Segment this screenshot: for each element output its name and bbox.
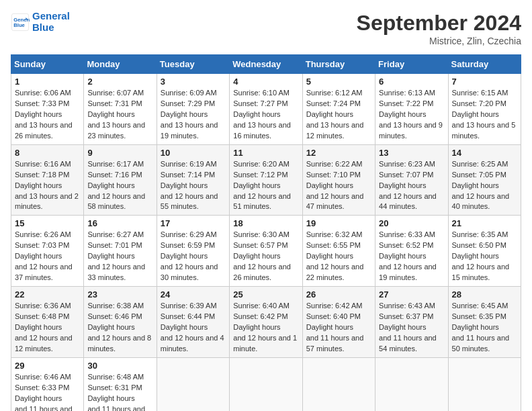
day-number: 23 — [87, 289, 152, 300]
logo-icon: General Blue — [11, 13, 30, 32]
day-number: 12 — [306, 148, 371, 158]
day-number: 25 — [233, 289, 298, 300]
calendar-body: 1 Sunrise: 6:06 AM Sunset: 7:33 PM Dayli… — [11, 74, 521, 412]
day-cell: 4 Sunrise: 6:10 AM Sunset: 7:27 PM Dayli… — [230, 74, 302, 145]
day-info: Sunrise: 6:32 AM Sunset: 6:55 PM Dayligh… — [306, 230, 371, 283]
day-cell: 2 Sunrise: 6:07 AM Sunset: 7:31 PM Dayli… — [84, 74, 157, 145]
day-cell: 3 Sunrise: 6:09 AM Sunset: 7:29 PM Dayli… — [157, 74, 229, 145]
day-info: Sunrise: 6:38 AM Sunset: 6:46 PM Dayligh… — [87, 301, 152, 355]
day-number: 18 — [233, 218, 298, 228]
day-info: Sunrise: 6:17 AM Sunset: 7:16 PM Dayligh… — [87, 159, 152, 213]
week-row-1: 1 Sunrise: 6:06 AM Sunset: 7:33 PM Dayli… — [11, 74, 521, 145]
day-info: Sunrise: 6:40 AM Sunset: 6:42 PM Dayligh… — [233, 301, 298, 355]
day-cell: 30 Sunrise: 6:48 AM Sunset: 6:31 PM Dayl… — [84, 357, 157, 411]
day-cell — [448, 357, 521, 411]
day-cell: 1 Sunrise: 6:06 AM Sunset: 7:33 PM Dayli… — [11, 74, 84, 145]
day-number: 26 — [306, 289, 371, 300]
day-number: 19 — [306, 218, 371, 228]
day-number: 3 — [161, 77, 226, 87]
day-cell: 28 Sunrise: 6:45 AM Sunset: 6:35 PM Dayl… — [448, 287, 521, 358]
day-cell: 22 Sunrise: 6:36 AM Sunset: 6:48 PM Dayl… — [11, 287, 84, 358]
day-cell: 14 Sunrise: 6:25 AM Sunset: 7:05 PM Dayl… — [448, 144, 521, 216]
day-number: 13 — [379, 148, 444, 158]
day-number: 9 — [87, 148, 152, 158]
month-title: September 2024 — [357, 11, 521, 36]
day-cell: 17 Sunrise: 6:29 AM Sunset: 6:59 PM Dayl… — [157, 216, 229, 287]
day-number: 8 — [15, 148, 80, 158]
day-info: Sunrise: 6:12 AM Sunset: 7:24 PM Dayligh… — [306, 88, 371, 142]
week-row-2: 8 Sunrise: 6:16 AM Sunset: 7:18 PM Dayli… — [11, 144, 521, 216]
location: Mistrice, Zlin, Czechia — [357, 36, 521, 46]
day-info: Sunrise: 6:48 AM Sunset: 6:31 PM Dayligh… — [87, 372, 152, 411]
day-number: 30 — [87, 361, 152, 371]
day-info: Sunrise: 6:26 AM Sunset: 7:03 PM Dayligh… — [15, 230, 80, 283]
day-info: Sunrise: 6:33 AM Sunset: 6:52 PM Dayligh… — [379, 230, 444, 283]
day-cell: 27 Sunrise: 6:43 AM Sunset: 6:37 PM Dayl… — [375, 287, 448, 358]
day-cell: 19 Sunrise: 6:32 AM Sunset: 6:55 PM Dayl… — [302, 216, 375, 287]
day-info: Sunrise: 6:19 AM Sunset: 7:14 PM Dayligh… — [161, 159, 226, 213]
day-info: Sunrise: 6:30 AM Sunset: 6:57 PM Dayligh… — [233, 230, 298, 283]
day-info: Sunrise: 6:25 AM Sunset: 7:05 PM Dayligh… — [452, 159, 517, 213]
day-cell: 8 Sunrise: 6:16 AM Sunset: 7:18 PM Dayli… — [11, 144, 84, 216]
day-cell: 16 Sunrise: 6:27 AM Sunset: 7:01 PM Dayl… — [84, 216, 157, 287]
day-info: Sunrise: 6:10 AM Sunset: 7:27 PM Dayligh… — [233, 88, 298, 142]
day-number: 2 — [87, 77, 152, 87]
day-info: Sunrise: 6:45 AM Sunset: 6:35 PM Dayligh… — [452, 301, 517, 355]
day-number: 21 — [452, 218, 517, 228]
day-cell: 15 Sunrise: 6:26 AM Sunset: 7:03 PM Dayl… — [11, 216, 84, 287]
day-info: Sunrise: 6:15 AM Sunset: 7:20 PM Dayligh… — [452, 88, 517, 142]
day-cell: 24 Sunrise: 6:39 AM Sunset: 6:44 PM Dayl… — [157, 287, 229, 358]
day-number: 11 — [233, 148, 298, 158]
day-info: Sunrise: 6:22 AM Sunset: 7:10 PM Dayligh… — [306, 159, 371, 213]
day-number: 5 — [306, 77, 371, 87]
day-info: Sunrise: 6:35 AM Sunset: 6:50 PM Dayligh… — [452, 230, 517, 283]
page-header: General Blue General Blue September 2024… — [11, 11, 521, 46]
day-number: 16 — [87, 218, 152, 228]
day-number: 17 — [161, 218, 226, 228]
day-info: Sunrise: 6:46 AM Sunset: 6:33 PM Dayligh… — [15, 372, 80, 411]
day-cell: 13 Sunrise: 6:23 AM Sunset: 7:07 PM Dayl… — [375, 144, 448, 216]
day-cell: 26 Sunrise: 6:42 AM Sunset: 6:40 PM Dayl… — [302, 287, 375, 358]
day-number: 7 — [452, 77, 517, 87]
day-number: 14 — [452, 148, 517, 158]
week-row-5: 29 Sunrise: 6:46 AM Sunset: 6:33 PM Dayl… — [11, 357, 521, 411]
day-info: Sunrise: 6:20 AM Sunset: 7:12 PM Dayligh… — [233, 159, 298, 213]
day-number: 10 — [161, 148, 226, 158]
day-info: Sunrise: 6:13 AM Sunset: 7:22 PM Dayligh… — [379, 88, 444, 142]
day-info: Sunrise: 6:42 AM Sunset: 6:40 PM Dayligh… — [306, 301, 371, 355]
day-cell: 5 Sunrise: 6:12 AM Sunset: 7:24 PM Dayli… — [302, 74, 375, 145]
day-info: Sunrise: 6:36 AM Sunset: 6:48 PM Dayligh… — [15, 301, 80, 355]
day-cell: 11 Sunrise: 6:20 AM Sunset: 7:12 PM Dayl… — [230, 144, 302, 216]
day-info: Sunrise: 6:29 AM Sunset: 6:59 PM Dayligh… — [161, 230, 226, 283]
day-cell: 25 Sunrise: 6:40 AM Sunset: 6:42 PM Dayl… — [230, 287, 302, 358]
day-cell — [157, 357, 229, 411]
day-cell — [302, 357, 375, 411]
day-cell: 20 Sunrise: 6:33 AM Sunset: 6:52 PM Dayl… — [375, 216, 448, 287]
header-cell-thursday: Thursday — [302, 55, 375, 74]
day-info: Sunrise: 6:16 AM Sunset: 7:18 PM Dayligh… — [15, 159, 80, 213]
svg-text:Blue: Blue — [13, 22, 25, 28]
day-info: Sunrise: 6:23 AM Sunset: 7:07 PM Dayligh… — [379, 159, 444, 213]
day-number: 6 — [379, 77, 444, 87]
day-info: Sunrise: 6:27 AM Sunset: 7:01 PM Dayligh… — [87, 230, 152, 283]
day-cell: 6 Sunrise: 6:13 AM Sunset: 7:22 PM Dayli… — [375, 74, 448, 145]
day-number: 29 — [15, 361, 80, 371]
day-number: 20 — [379, 218, 444, 228]
day-number: 1 — [15, 77, 80, 87]
day-cell: 29 Sunrise: 6:46 AM Sunset: 6:33 PM Dayl… — [11, 357, 84, 411]
day-number: 24 — [161, 289, 226, 300]
logo-line1: General — [32, 11, 70, 22]
day-info: Sunrise: 6:09 AM Sunset: 7:29 PM Dayligh… — [161, 88, 226, 142]
day-number: 15 — [15, 218, 80, 228]
logo-line2: Blue — [32, 22, 70, 34]
day-cell — [375, 357, 448, 411]
header-cell-monday: Monday — [84, 55, 157, 74]
day-cell: 9 Sunrise: 6:17 AM Sunset: 7:16 PM Dayli… — [84, 144, 157, 216]
day-cell: 7 Sunrise: 6:15 AM Sunset: 7:20 PM Dayli… — [448, 74, 521, 145]
week-row-3: 15 Sunrise: 6:26 AM Sunset: 7:03 PM Dayl… — [11, 216, 521, 287]
header-cell-wednesday: Wednesday — [230, 55, 302, 74]
day-cell: 21 Sunrise: 6:35 AM Sunset: 6:50 PM Dayl… — [448, 216, 521, 287]
day-info: Sunrise: 6:43 AM Sunset: 6:37 PM Dayligh… — [379, 301, 444, 355]
calendar-header: SundayMondayTuesdayWednesdayThursdayFrid… — [11, 55, 521, 74]
header-cell-friday: Friday — [375, 55, 448, 74]
